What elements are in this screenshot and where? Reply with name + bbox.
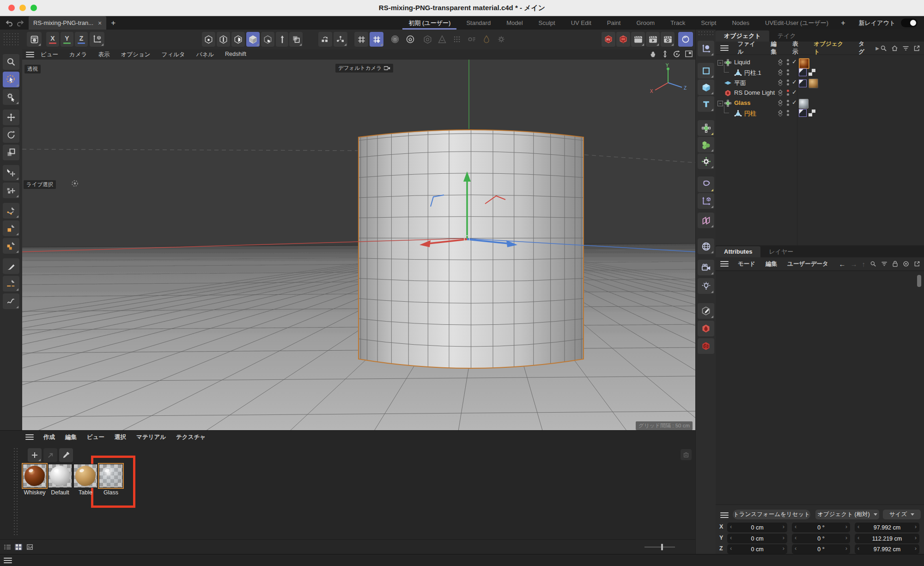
popout-icon[interactable] xyxy=(914,261,920,267)
rotation-field[interactable]: ‹0 °› xyxy=(792,523,850,532)
layer-icon[interactable] xyxy=(777,100,784,108)
snap-enable-button[interactable] xyxy=(318,32,332,47)
layout-tab-1[interactable]: Standard xyxy=(458,16,498,30)
viewport-menu-5[interactable]: パネル xyxy=(191,51,219,59)
null-object-button[interactable] xyxy=(698,193,714,209)
scale-tool-button[interactable] xyxy=(3,145,19,160)
simulation-button[interactable] xyxy=(698,153,714,169)
visibility-dots[interactable] xyxy=(787,110,789,116)
size-field[interactable]: ‹97.992 cm› xyxy=(855,523,919,532)
stepper-down-icon[interactable]: ‹ xyxy=(857,523,859,530)
stepper-down-icon[interactable]: ‹ xyxy=(857,534,859,541)
material-swatch[interactable]: Table xyxy=(73,464,98,496)
filter-icon[interactable] xyxy=(902,45,909,51)
add-material-button[interactable] xyxy=(28,448,42,462)
spline-pen-button[interactable] xyxy=(3,203,19,219)
viewport-solo-button[interactable] xyxy=(27,32,42,47)
attr-menu-edit[interactable]: 編集 xyxy=(761,260,782,268)
stepper-down-icon[interactable]: ‹ xyxy=(795,534,796,541)
scrollbar[interactable] xyxy=(917,275,921,287)
material-menu-5[interactable]: テクスチャ xyxy=(171,433,211,441)
layout-tab-9[interactable]: Nodes xyxy=(724,16,757,30)
lock-icon[interactable] xyxy=(892,261,898,267)
material-thumbnail-whiskey[interactable] xyxy=(23,464,47,488)
expand-toggle-icon[interactable]: − xyxy=(717,101,723,106)
visibility-dots[interactable] xyxy=(787,59,789,65)
size-field[interactable]: ‹97.992 cm› xyxy=(855,544,919,554)
quantize-button[interactable] xyxy=(354,32,368,47)
grid-view-icon[interactable] xyxy=(15,544,22,550)
object-name[interactable]: 円柱 xyxy=(744,110,756,118)
layer-icon[interactable] xyxy=(777,59,784,67)
tab-layers[interactable]: レイヤー xyxy=(760,246,802,257)
viewport-menu-0[interactable]: ビュー xyxy=(35,51,64,59)
layout-tab-2[interactable]: Model xyxy=(498,16,530,30)
enabled-check-icon[interactable]: ✓ xyxy=(792,58,797,65)
open-material-button[interactable] xyxy=(43,448,57,462)
home-icon[interactable] xyxy=(891,45,898,52)
position-field[interactable]: ‹0 cm› xyxy=(727,523,787,532)
size-field[interactable]: ‹112.219 cm› xyxy=(855,534,919,543)
pan-view-icon[interactable] xyxy=(649,50,657,59)
material-menu-4[interactable]: マテリアル xyxy=(131,433,171,441)
rs-renderview-button[interactable]: RV xyxy=(602,32,615,47)
om-menu-file[interactable]: ファイル xyxy=(733,40,766,56)
stepper-up-icon[interactable]: › xyxy=(783,523,784,530)
paint-tool-button[interactable] xyxy=(3,258,19,274)
texture-mode-button[interactable] xyxy=(261,32,274,47)
xpresso-button[interactable] xyxy=(698,213,714,228)
new-layout-button[interactable]: 新レイアウト xyxy=(854,19,900,27)
toggle-panel-layout-icon[interactable] xyxy=(685,50,693,59)
layer-icon[interactable] xyxy=(777,110,784,118)
texture-tag-icon[interactable] xyxy=(808,110,815,116)
move-tool-button[interactable] xyxy=(3,110,19,125)
axis-x-button[interactable]: X xyxy=(46,32,59,47)
visibility-dots[interactable] xyxy=(787,90,789,96)
focus-icon[interactable] xyxy=(903,261,909,267)
layout-tab-3[interactable]: Sculpt xyxy=(531,16,563,30)
live-selection-button[interactable] xyxy=(3,72,19,87)
orbit-view-icon[interactable] xyxy=(673,50,681,59)
renderview-window-button[interactable] xyxy=(678,32,693,47)
attributes-menu-icon[interactable] xyxy=(720,260,729,268)
viewport-filter-b-button[interactable] xyxy=(403,32,417,47)
panel-drag-handle[interactable] xyxy=(13,447,19,535)
sky-object-button[interactable] xyxy=(698,238,714,254)
material-thumbnail-glass[interactable] xyxy=(99,464,123,488)
stepper-up-icon[interactable]: › xyxy=(783,545,784,552)
close-tab-icon[interactable]: × xyxy=(98,19,102,27)
enable-axis-button[interactable] xyxy=(276,32,288,47)
material-menu-0[interactable]: 作成 xyxy=(38,433,60,441)
visibility-dots[interactable] xyxy=(787,79,789,85)
stepper-down-icon[interactable]: ‹ xyxy=(795,523,796,530)
tree-row[interactable]: −Glass✓ xyxy=(716,98,924,108)
document-tab[interactable]: RS-mixing-PNG-tran... × xyxy=(29,16,106,30)
om-menu-view[interactable]: 表示 xyxy=(788,40,808,56)
layout-tab-10[interactable]: UVEdit-User (ユーザー) xyxy=(757,16,836,30)
undo-icon[interactable] xyxy=(4,18,15,28)
layout-lock-toggle[interactable] xyxy=(901,18,918,27)
layout-tab-0[interactable]: 初期 (ユーザー) xyxy=(401,16,458,30)
reset-transform-button[interactable]: トランスフォームをリセット xyxy=(733,510,810,519)
size-mode-dropdown[interactable]: サイズ xyxy=(883,510,921,519)
camera-badge[interactable]: デフォルトカメラ xyxy=(335,64,393,73)
volume-builder-button[interactable] xyxy=(698,137,714,152)
stepper-down-icon[interactable]: ‹ xyxy=(730,534,732,541)
render-settings-button[interactable] xyxy=(661,32,675,47)
tree-row[interactable]: 平面✓ xyxy=(716,78,924,88)
spline-sketch-button[interactable] xyxy=(3,293,19,309)
quantize-settings-button[interactable] xyxy=(370,32,383,47)
material-menu-2[interactable]: ビュー xyxy=(82,433,109,441)
material-menu-icon[interactable] xyxy=(25,433,34,441)
enabled-check-icon[interactable]: ✓ xyxy=(792,99,797,106)
history-back-icon[interactable]: ← xyxy=(839,260,846,268)
rs-ipr-button[interactable] xyxy=(616,32,630,47)
object-name[interactable]: Liquid xyxy=(734,59,750,66)
search-icon[interactable] xyxy=(870,261,876,267)
visibility-dots[interactable] xyxy=(787,69,789,75)
tree-row[interactable]: −Liquid✓ xyxy=(716,57,924,67)
motext-button[interactable] xyxy=(698,96,714,112)
stepper-down-icon[interactable]: ‹ xyxy=(730,523,732,530)
rs-material-button[interactable] xyxy=(698,303,714,319)
projection-badge[interactable]: 透視 xyxy=(24,65,41,73)
